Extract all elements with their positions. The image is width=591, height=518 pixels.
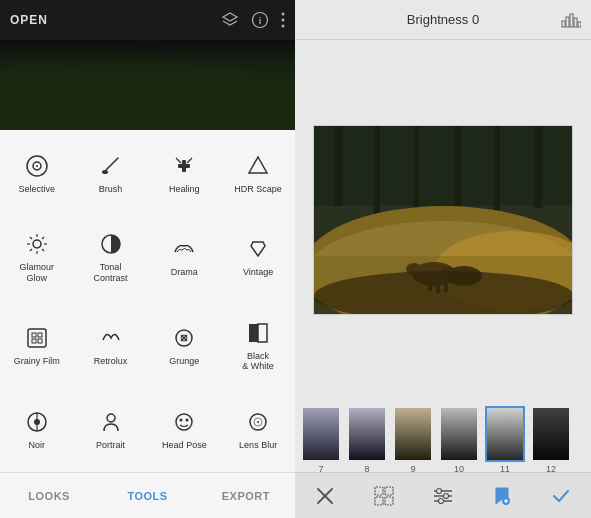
open-button[interactable]: OPEN [10, 13, 48, 27]
vintage-label: Vintage [243, 267, 273, 278]
left-panel: OPEN i [0, 0, 295, 518]
tool-grunge[interactable]: Grunge [148, 301, 222, 390]
svg-rect-80 [375, 487, 383, 495]
thumbnail-7[interactable] [301, 406, 341, 462]
thumb-container-7: 7 [301, 406, 341, 474]
grunge-label: Grunge [169, 356, 199, 367]
right-panel: Brightness 0 [295, 0, 591, 518]
thumb-container-8: 8 [347, 406, 387, 474]
svg-rect-26 [28, 329, 46, 347]
tool-head-pose[interactable]: Head Pose [148, 390, 222, 468]
portrait-icon [97, 408, 125, 436]
main-image-bg [314, 126, 572, 314]
svg-rect-71 [314, 256, 573, 315]
brush-icon [97, 152, 125, 180]
tool-noir[interactable]: Noir [0, 390, 74, 468]
svg-point-10 [102, 170, 108, 174]
thumbnail-12[interactable] [531, 406, 571, 462]
svg-rect-30 [38, 339, 42, 343]
right-header: Brightness 0 [295, 0, 591, 40]
thumbnail-9[interactable] [393, 406, 433, 462]
tools-grid: Selective Brush Healing HDR Scape Glamou… [0, 130, 295, 472]
svg-marker-0 [223, 13, 237, 21]
healing-icon [170, 152, 198, 180]
thumbnail-10[interactable] [439, 406, 479, 462]
svg-point-8 [36, 165, 38, 167]
svg-rect-56 [414, 126, 419, 211]
tool-retrolux[interactable]: Retrolux [74, 301, 148, 390]
head-pose-label: Head Pose [162, 440, 207, 451]
svg-line-21 [30, 237, 32, 239]
svg-rect-49 [570, 14, 573, 27]
svg-point-89 [438, 498, 443, 503]
svg-point-43 [186, 418, 189, 421]
svg-rect-74 [395, 408, 431, 460]
retrolux-label: Retrolux [94, 356, 128, 367]
nav-looks[interactable]: LOOKS [0, 473, 98, 518]
svg-point-3 [282, 13, 285, 16]
tool-portrait[interactable]: Portrait [74, 390, 148, 468]
tool-tonal-contrast[interactable]: TonalContrast [74, 212, 148, 301]
svg-rect-59 [534, 126, 542, 208]
svg-rect-77 [533, 408, 569, 460]
svg-point-88 [443, 493, 448, 498]
svg-rect-82 [375, 497, 383, 505]
svg-rect-12 [182, 160, 186, 172]
nav-tools[interactable]: TOOLS [98, 473, 196, 518]
svg-rect-58 [494, 126, 500, 214]
tonal-contrast-icon [97, 230, 125, 258]
tool-grainy-film[interactable]: Grainy Film [0, 301, 74, 390]
tool-glamour-glow[interactable]: GlamourGlow [0, 212, 74, 301]
svg-point-46 [257, 421, 259, 423]
brightness-title: Brightness 0 [407, 12, 479, 27]
tool-vintage[interactable]: Vintage [221, 212, 295, 301]
tool-healing[interactable]: Healing [148, 134, 222, 212]
layers-icon[interactable] [221, 11, 239, 29]
bottom-nav: LOOKS TOOLS EXPORT [0, 472, 295, 518]
more-icon[interactable] [281, 12, 285, 28]
info-icon[interactable]: i [251, 11, 269, 29]
adjust-icon[interactable] [427, 480, 459, 512]
svg-rect-48 [566, 17, 569, 27]
glamour-glow-icon [23, 230, 51, 258]
tool-brush[interactable]: Brush [74, 134, 148, 212]
svg-point-4 [282, 19, 285, 22]
hdr-scape-icon [244, 152, 272, 180]
black-white-icon [244, 319, 272, 347]
selective-label: Selective [19, 184, 56, 195]
thumbnail-8[interactable] [347, 406, 387, 462]
tool-selective[interactable]: Selective [0, 134, 74, 212]
grunge-icon [170, 324, 198, 352]
glamour-glow-label: GlamourGlow [20, 262, 55, 284]
svg-text:i: i [259, 16, 262, 26]
svg-line-22 [42, 249, 44, 251]
noir-label: Noir [29, 440, 46, 451]
tool-black-white[interactable]: Black& White [221, 301, 295, 390]
main-image-area [295, 40, 591, 400]
grainy-film-label: Grainy Film [14, 356, 60, 367]
tool-lens-blur[interactable]: Lens Blur [221, 390, 295, 468]
svg-line-23 [42, 237, 44, 239]
svg-rect-47 [562, 21, 565, 27]
svg-point-42 [180, 418, 183, 421]
nav-export[interactable]: EXPORT [197, 473, 295, 518]
confirm-icon[interactable] [545, 480, 577, 512]
histogram-icon[interactable] [561, 11, 581, 29]
tonal-contrast-label: TonalContrast [94, 262, 128, 284]
healing-label: Healing [169, 184, 200, 195]
tools-label: TOOLS [127, 490, 167, 502]
tool-hdr-scape[interactable]: HDR Scape [221, 134, 295, 212]
thumbnail-11[interactable] [485, 406, 525, 462]
bookmark-icon[interactable] [486, 480, 518, 512]
svg-rect-55 [374, 126, 380, 216]
vintage-icon [244, 235, 272, 263]
scene-svg [314, 126, 573, 315]
svg-point-40 [107, 414, 115, 422]
selective-edit-icon[interactable] [368, 480, 400, 512]
cancel-icon[interactable] [309, 480, 341, 512]
svg-line-13 [176, 158, 181, 163]
tool-drama[interactable]: Drama [148, 212, 222, 301]
lens-blur-label: Lens Blur [239, 440, 277, 451]
svg-rect-51 [578, 22, 581, 27]
drama-icon [170, 235, 198, 263]
